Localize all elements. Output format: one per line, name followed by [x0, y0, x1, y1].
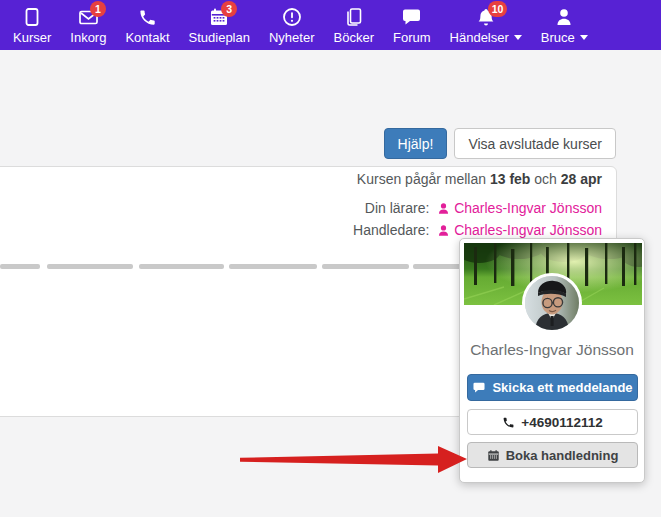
- nav-label: Kontakt: [125, 30, 169, 45]
- nav-label: Studieplan: [189, 30, 250, 45]
- user-icon: [437, 224, 450, 237]
- teacher-profile-popover: Charles-Ingvar Jönsson Skicka ett meddel…: [459, 238, 645, 483]
- nav-label: Bruce: [541, 30, 588, 45]
- books-icon: [344, 7, 364, 27]
- nav-item-nyheter[interactable]: Nyheter: [269, 6, 315, 45]
- nav-label: Forum: [393, 30, 431, 45]
- top-nav: Kurser 1 Inkorg Kontakt: [0, 0, 661, 50]
- show-finished-courses-button[interactable]: Visa avslutade kurser: [454, 128, 616, 159]
- course-info: Kursen pågår mellan 13 feb och 28 apr Di…: [353, 171, 602, 238]
- toolbar: Hjälp! Visa avslutade kurser: [384, 128, 616, 159]
- nav-item-forum[interactable]: Forum: [393, 6, 431, 45]
- user-icon: [554, 7, 574, 27]
- handelser-badge: 10: [488, 1, 508, 17]
- nav-label: Inkorg: [70, 30, 106, 45]
- studieplan-badge: 3: [221, 1, 237, 17]
- course-card-edge: [229, 264, 317, 269]
- course-card-edge: [322, 264, 409, 269]
- teacher-avatar: [522, 273, 582, 333]
- courses-icon: [22, 7, 42, 27]
- chevron-down-icon: [580, 35, 588, 40]
- calendar-icon: [487, 449, 500, 462]
- course-card-edge: [139, 264, 224, 269]
- teacher-row: Din lärare: Charles-Ingvar Jönsson: [353, 200, 602, 216]
- course-card-edge: [47, 264, 133, 269]
- page: Kurser 1 Inkorg Kontakt: [0, 0, 661, 517]
- phone-icon: [502, 416, 515, 429]
- nav-item-user-bruce[interactable]: Bruce: [541, 6, 588, 45]
- book-tutoring-button[interactable]: Boka handledning: [467, 442, 638, 468]
- nav-item-kontakt[interactable]: Kontakt: [125, 6, 169, 45]
- nav-label: Nyheter: [269, 30, 315, 45]
- nav-item-handelser[interactable]: 10 Händelser: [450, 6, 522, 45]
- phone-button[interactable]: +4690112112: [467, 409, 638, 435]
- help-button[interactable]: Hjälp!: [384, 128, 448, 159]
- end-date: 28 apr: [561, 171, 602, 187]
- nav-label: Kurser: [13, 30, 51, 45]
- send-message-button[interactable]: Skicka ett meddelande: [467, 374, 638, 401]
- chevron-down-icon: [514, 35, 522, 40]
- supervisor-label: Handledare:: [353, 222, 429, 238]
- nav-item-studieplan[interactable]: 3 Studieplan: [189, 6, 250, 45]
- forum-icon: [401, 7, 422, 27]
- supervisor-row: Handledare: Charles-Ingvar Jönsson: [353, 222, 602, 238]
- nav-label: Böcker: [334, 30, 374, 45]
- nav-label: Händelser: [450, 30, 522, 45]
- supervisor-link[interactable]: Charles-Ingvar Jönsson: [454, 222, 602, 238]
- course-duration: Kursen pågår mellan 13 feb och 28 apr: [353, 171, 602, 187]
- news-icon: [282, 7, 302, 27]
- nav-item-bocker[interactable]: Böcker: [334, 6, 374, 45]
- teacher-link[interactable]: Charles-Ingvar Jönsson: [454, 200, 602, 216]
- nav-item-inkorg[interactable]: 1 Inkorg: [70, 6, 106, 45]
- nav-item-kurser[interactable]: Kurser: [13, 6, 51, 45]
- teacher-label: Din lärare:: [365, 200, 430, 216]
- red-arrow-annotation: [240, 444, 470, 476]
- start-date: 13 feb: [490, 171, 530, 187]
- user-icon: [437, 202, 450, 215]
- inbox-badge: 1: [90, 1, 106, 17]
- teacher-name: Charles-Ingvar Jönsson: [460, 341, 644, 359]
- message-icon: [472, 381, 486, 394]
- course-card-edge: [0, 264, 40, 269]
- phone-icon: [138, 8, 157, 27]
